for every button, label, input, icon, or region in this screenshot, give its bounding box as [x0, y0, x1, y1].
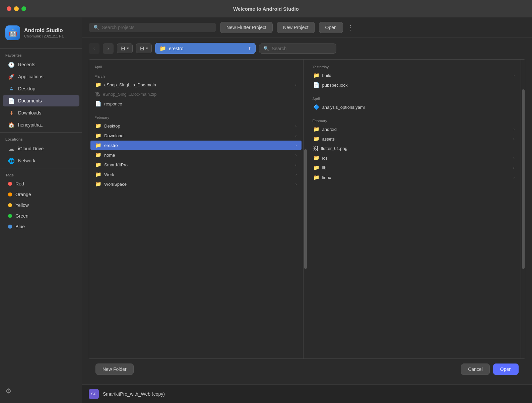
right-column-scrollbar[interactable] [521, 60, 525, 358]
file-icon: 📄 [313, 82, 320, 88]
open-button[interactable]: Open [319, 22, 343, 33]
list-item[interactable]: 📁 Desktop › [90, 121, 302, 131]
project-search-bar[interactable]: 🔍 [89, 23, 216, 32]
forward-button[interactable]: › [103, 43, 114, 54]
list-item[interactable]: 📁 SmartKitPro › [90, 160, 302, 169]
list-item[interactable]: 📁 erestro › [90, 141, 302, 150]
sidebar-item-applications[interactable]: 🚀 Applications [3, 71, 79, 82]
column-view-button[interactable]: ⊞ ▾ [117, 44, 133, 53]
list-item[interactable]: 📄 responce [90, 99, 302, 108]
folder-icon: 📁 [313, 165, 320, 171]
tag-orange-dot [8, 192, 12, 196]
network-icon: 🌐 [8, 157, 15, 164]
file-name: eShop_Singl...Doc-main.zip [103, 92, 297, 97]
list-item[interactable]: 📁 android › [309, 125, 520, 134]
location-folder-icon: 📁 [159, 45, 166, 52]
sidebar-item-desktop[interactable]: 🖥 Desktop [3, 83, 79, 94]
sidebar-item-icloud[interactable]: ☁ iCloud Drive [3, 143, 79, 154]
cancel-button[interactable]: Cancel [461, 364, 490, 375]
window-controls[interactable] [7, 6, 26, 11]
new-flutter-project-button[interactable]: New Flutter Project [220, 22, 273, 33]
network-label: Network [18, 158, 35, 163]
chevron-right-icon: › [295, 83, 297, 87]
sidebar-divider-tags [0, 168, 82, 168]
list-item[interactable]: 🖼 flutter_01.png [309, 144, 520, 153]
file-name: SmartKitPro [104, 162, 293, 167]
project-search-input[interactable] [102, 25, 211, 30]
section-header-march: March [89, 70, 303, 80]
sidebar-divider-mid [0, 132, 82, 133]
title-bar: Welcome to Android Studio [0, 0, 532, 17]
favorites-header: Favorites [0, 50, 82, 59]
home-icon: 🏠 [8, 122, 15, 128]
list-item[interactable]: 📁 linux › [309, 173, 520, 182]
list-item[interactable]: 📁 WorkSpace › [90, 179, 302, 189]
list-item[interactable]: 🔷 analysis_options.yaml [309, 102, 520, 112]
home-label: hencypitha... [18, 122, 45, 128]
file-name: flutter_01.png [321, 146, 515, 151]
window-title: Welcome to Android Studio [233, 6, 299, 12]
sidebar-item-tag-green[interactable]: Green [3, 211, 79, 221]
right-pane: 🔍 New Flutter Project New Project Open ⋮… [82, 17, 532, 403]
tag-red-dot [8, 182, 12, 186]
new-project-button[interactable]: New Project [277, 22, 315, 33]
list-item[interactable]: 📁 Work › [90, 170, 302, 179]
tag-green-label: Green [15, 213, 28, 219]
sidebar-item-downloads[interactable]: ⬇ Downloads [3, 107, 79, 118]
sidebar-item-tag-yellow[interactable]: Yellow [3, 200, 79, 210]
list-item[interactable]: 📁 eShop_Singl...p_Doc-main › [90, 80, 302, 89]
minimize-button[interactable] [14, 6, 19, 11]
file-name: responce [104, 101, 297, 106]
section-header-april-right: April [307, 90, 521, 102]
location-bar[interactable]: 📁 erestro ⬍ [155, 43, 256, 54]
sidebar-item-home[interactable]: 🏠 hencypitha... [3, 119, 79, 131]
applications-icon: 🚀 [8, 73, 15, 80]
tag-green-dot [8, 214, 12, 218]
list-item[interactable]: 📄 pubspec.lock [309, 80, 520, 90]
list-item[interactable]: 🗜 eShop_Singl...Doc-main.zip [90, 90, 302, 99]
tags-header: Tags [0, 170, 82, 178]
open-dialog-button[interactable]: Open [493, 364, 519, 375]
file-name: assets [322, 137, 511, 142]
chevron-right-icon: › [513, 73, 515, 77]
tag-blue-label: Blue [15, 224, 25, 229]
view-chevron-icon: ▾ [127, 46, 129, 51]
left-column-scrollbar[interactable] [303, 60, 307, 358]
list-item[interactable]: 📁 Download › [90, 131, 302, 140]
sidebar-item-tag-red[interactable]: Red [3, 179, 79, 189]
list-item[interactable]: 📁 home › [90, 150, 302, 160]
settings-button[interactable]: ⚙ [5, 387, 11, 395]
app-logo-area: 🤖 Android Studio Chipmunk | 2021.2.1 Pa.… [0, 23, 82, 47]
file-name: analysis_options.yaml [322, 105, 515, 110]
file-name: android [322, 127, 511, 132]
grid-view-button[interactable]: ⊟ ▾ [136, 44, 152, 53]
file-search-input[interactable] [272, 46, 332, 51]
zip-icon: 🗜 [95, 91, 100, 97]
sidebar-item-network[interactable]: 🌐 Network [3, 155, 79, 166]
sidebar-item-documents[interactable]: 📄 Documents [3, 95, 79, 106]
file-name: Work [104, 172, 293, 177]
close-button[interactable] [7, 6, 11, 11]
more-options-button[interactable]: ⋮ [347, 23, 354, 31]
recent-project-icon: SC [89, 389, 99, 399]
location-text: erestro [169, 46, 245, 51]
list-item[interactable]: 📁 assets › [309, 134, 520, 144]
sidebar-item-tag-orange[interactable]: Orange [3, 189, 79, 199]
back-button[interactable]: ‹ [89, 43, 99, 54]
folder-icon: 📁 [95, 133, 102, 139]
right-scrollbar-thumb [522, 89, 525, 269]
nav-bar: ‹ › ⊞ ▾ ⊟ ▾ 📁 erestro ⬍ 🔍 [89, 43, 525, 54]
downloads-icon: ⬇ [8, 109, 15, 116]
app-logo-text: Android Studio Chipmunk | 2021.2.1 Pa... [24, 27, 67, 38]
section-header-april: April [89, 62, 303, 70]
sidebar: 🤖 Android Studio Chipmunk | 2021.2.1 Pa.… [0, 17, 82, 403]
list-item[interactable]: 📁 ios › [309, 153, 520, 163]
new-folder-button[interactable]: New Folder [95, 364, 134, 375]
list-item[interactable]: 📁 build › [309, 71, 520, 80]
file-search-bar[interactable]: 🔍 [259, 44, 336, 54]
chevron-right-icon: › [513, 166, 515, 170]
sidebar-item-recents[interactable]: 🕐 Recents [3, 59, 79, 70]
sidebar-item-tag-blue[interactable]: Blue [3, 222, 79, 232]
maximize-button[interactable] [21, 6, 26, 11]
list-item[interactable]: 📁 lib › [309, 163, 520, 172]
